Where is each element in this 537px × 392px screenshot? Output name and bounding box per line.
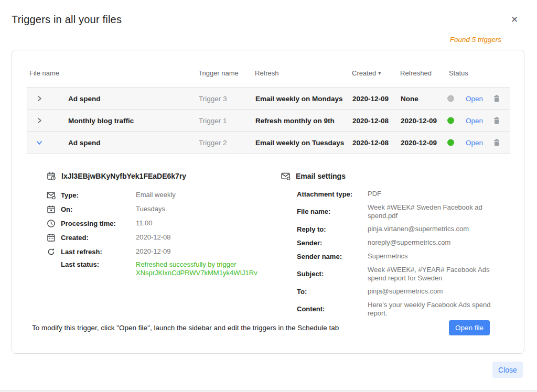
email-field-content: Content: Here's your weekly Facebook Ads… [297, 301, 512, 317]
row-file-name: Ad spend [68, 139, 101, 147]
detail-field-last-status: Last status: Refreshed successfully by t… [47, 260, 267, 277]
chevron-down-icon[interactable] [36, 139, 43, 146]
field-value: 11:00 [136, 219, 256, 227]
header-created-label: Created [352, 69, 376, 77]
detail-field-processing-time: Processing time: 11:00 [47, 218, 267, 228]
row-refreshed: None [401, 94, 418, 102]
email-settings-icon [281, 171, 291, 181]
field-value: Here's your weekly Facebook Ads spend re… [368, 301, 508, 317]
chevron-right-icon[interactable] [36, 117, 43, 124]
background-page-edge [0, 390, 537, 392]
found-triggers-label: Found 5 triggers [450, 36, 501, 43]
row-trigger-name: Trigger 2 [199, 139, 227, 147]
table-row-expanded[interactable]: Ad spend Trigger 2 Email weekly on Tuesd… [27, 132, 510, 154]
header-trigger-name: Trigger name [198, 69, 239, 77]
calendar-event-icon [47, 205, 56, 214]
header-refreshed: Refreshed [400, 69, 432, 77]
trigger-id-heading: lxJl3EBjwBKyNyfbYek1FEaDE6k7ry [47, 171, 186, 181]
field-value: pinja.virtanen@supermetrics.com [368, 225, 508, 233]
triggers-card: File name Trigger name Refresh Created▾ … [12, 50, 524, 354]
row-refresh: Refresh monthly on 9th [255, 116, 335, 124]
email-field-sender-name: Sender name: Supermetrics [297, 252, 512, 260]
row-refresh: Email weekly on Mondays [255, 94, 343, 102]
field-label: Content: [297, 305, 368, 313]
row-file-name: Monthly blog traffic [68, 116, 134, 124]
header-refresh: Refresh [255, 69, 279, 77]
detail-field-last-refresh: Last refresh: 2020-12-09 [47, 246, 267, 257]
open-file-button[interactable]: Open file [449, 320, 490, 335]
refresh-icon [47, 247, 56, 256]
trash-icon[interactable] [492, 94, 501, 103]
field-value: Supermetrics [368, 252, 508, 260]
status-dot [447, 95, 454, 102]
close-button[interactable]: Close [492, 362, 523, 378]
schedule-icon [47, 171, 56, 181]
modify-trigger-hint: To modify this trigger, click "Open file… [32, 324, 339, 332]
open-link[interactable]: Open [466, 139, 483, 147]
trash-icon[interactable] [492, 138, 501, 147]
row-refresh: Email weekly on Tuesdays [255, 139, 344, 147]
email-icon [47, 191, 56, 200]
field-label: Last status: [61, 260, 136, 268]
status-success-dot [47, 260, 56, 269]
open-link[interactable]: Open [466, 94, 483, 102]
field-label: File name: [297, 208, 368, 215]
table-header: File name Trigger name Refresh Created▾ … [12, 69, 524, 79]
email-settings-heading: Email settings [281, 171, 346, 181]
field-label: Type: [61, 191, 136, 199]
calendar-icon [47, 233, 56, 242]
email-field-subject: Subject: Week #WEEK#, #YEAR# Facebook Ad… [297, 266, 512, 282]
email-field-attachment-type: Attachment type: PDF [297, 190, 512, 198]
field-value: Week #WEEK# Sweden Facebook ad spend.pdf [368, 203, 508, 220]
clock-icon [47, 219, 56, 228]
field-value: Week #WEEK#, #YEAR# Facebook Ads spend r… [368, 266, 508, 282]
row-created: 2020-12-08 [352, 139, 389, 147]
triggers-dialog: Triggers in all your files ✕ Found 5 tri… [0, 0, 537, 392]
trigger-rows: Ad spend Trigger 3 Email weekly on Monda… [27, 87, 510, 154]
email-field-to: To: pinja@supermetrics.com [297, 287, 512, 296]
status-dot [447, 117, 454, 124]
field-label: Reply to: [297, 225, 368, 233]
email-field-file-name: File name: Week #WEEK# Sweden Facebook a… [297, 203, 512, 220]
field-label: Sender name: [297, 253, 368, 260]
detail-field-on: On: Tuesdays [47, 204, 267, 214]
field-value: noreply@supermetrics.com [368, 238, 508, 247]
open-link[interactable]: Open [466, 116, 483, 124]
dialog-title: Triggers in all your files [12, 14, 122, 26]
field-value: Email weekly [136, 191, 256, 199]
detail-field-created: Created: 2020-12-08 [47, 232, 267, 243]
trash-icon[interactable] [492, 116, 501, 125]
trigger-id: lxJl3EBjwBKyNyfbYek1FEaDE6k7ry [61, 172, 186, 180]
close-icon[interactable]: ✕ [509, 14, 520, 26]
row-trigger-name: Trigger 3 [199, 94, 227, 102]
field-value: Refreshed successfully by trigger XNsprJ… [136, 260, 256, 277]
field-label: Attachment type: [297, 190, 368, 198]
field-label: On: [61, 205, 136, 213]
row-created: 2020-12-09 [352, 94, 389, 102]
header-created-sort[interactable]: Created▾ [352, 69, 381, 77]
field-value: 2020-12-08 [136, 233, 256, 242]
header-file-name: File name [29, 69, 59, 77]
table-row[interactable]: Monthly blog traffic Trigger 1 Refresh m… [27, 110, 510, 132]
field-label: Created: [61, 234, 136, 242]
trigger-detail-fields: Type: Email weekly On: Tuesdays Processi… [47, 190, 267, 280]
header-status: Status [449, 69, 468, 77]
field-label: Processing time: [61, 220, 136, 227]
field-label: To: [297, 288, 368, 296]
chevron-right-icon[interactable] [36, 95, 43, 102]
row-refreshed: 2020-12-09 [401, 139, 437, 147]
table-row[interactable]: Ad spend Trigger 3 Email weekly on Monda… [27, 88, 510, 110]
row-trigger-name: Trigger 1 [199, 116, 227, 124]
field-label: Sender: [297, 239, 368, 247]
email-field-sender: Sender: noreply@supermetrics.com [297, 238, 512, 247]
row-file-name: Ad spend [68, 94, 101, 102]
field-value: 2020-12-09 [136, 247, 256, 256]
field-value: PDF [368, 190, 508, 198]
field-label: Last refresh: [61, 248, 136, 256]
field-label: Subject: [297, 270, 368, 278]
email-settings-title: Email settings [296, 172, 346, 180]
row-created: 2020-12-08 [352, 116, 389, 124]
field-value: pinja@supermetrics.com [368, 287, 508, 296]
email-settings-fields: Attachment type: PDF File name: Week #WE… [297, 190, 512, 322]
status-dot [447, 139, 454, 146]
